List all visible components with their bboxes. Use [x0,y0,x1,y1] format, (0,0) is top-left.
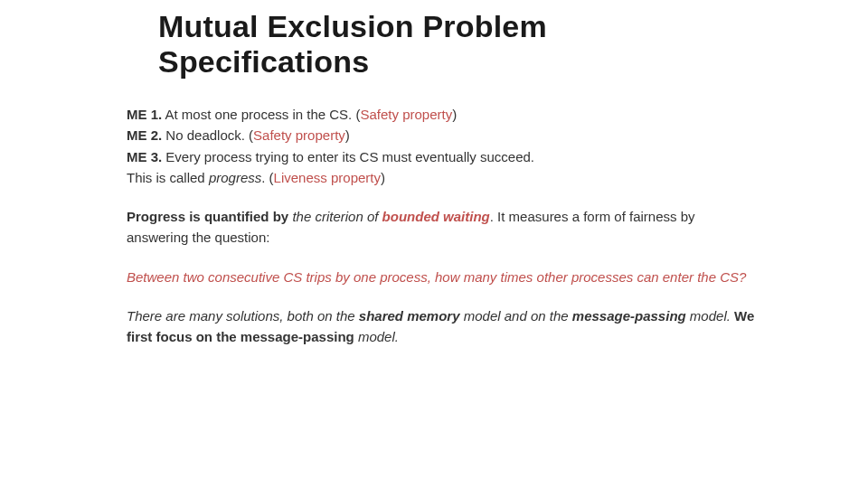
me3-property: Liveness property [274,170,381,185]
me3-close: ) [381,170,385,185]
fairness-question: Between two consecutive CS trips by one … [127,267,760,287]
slide-body: ME 1. At most one process in the CS. (Sa… [127,104,760,347]
title-line-1: Mutual Exclusion Problem [158,9,547,43]
me3-line-1: ME 3. Every process trying to enter its … [127,146,760,167]
bounded-waiting-term: bounded waiting [382,209,490,224]
me1-label: ME 1. [127,107,162,122]
progress-para-a: Progress is quantified by [127,209,288,224]
solutions-b: model and on the [460,308,572,324]
me2-property: Safety property [253,127,345,143]
message-passing-term: message-passing [572,308,686,324]
solutions-d: model. [354,329,399,344]
spacer-1 [127,188,760,206]
me3-line-2: This is called progress. (Liveness prope… [127,167,760,188]
me2-text: No deadlock. ( [162,127,253,143]
me2-label: ME 2. [127,127,162,143]
me3-text-1: Every process trying to enter its CS mus… [162,149,534,164]
solutions-paragraph: There are many solutions, both on the sh… [127,305,760,348]
me3-text-2a: This is called [127,170,209,185]
spacer-3 [127,287,760,305]
me3-progress-term: progress [209,170,261,185]
me1-line: ME 1. At most one process in the CS. (Sa… [127,104,760,125]
me1-text: At most one process in the CS. ( [162,107,360,122]
progress-paragraph: Progress is quantified by the criterion … [127,206,760,249]
title-line-2: Specifications [158,44,369,79]
shared-memory-term: shared memory [359,308,460,324]
me1-property: Safety property [360,107,452,122]
me3-text-2b: . ( [261,170,273,185]
me1-close: ) [452,107,457,122]
solutions-a: There are many solutions, both on the [127,308,359,324]
slide-title: Mutual Exclusion Problem Specifications [158,9,547,80]
me2-line: ME 2. No deadlock. (Safety property) [127,125,760,145]
me3-label: ME 3. [127,149,162,164]
slide: Mutual Exclusion Problem Specifications … [0,0,868,488]
solutions-c: model. [686,308,734,324]
spacer-2 [127,249,760,267]
me2-close: ) [345,127,350,143]
progress-para-b: the criterion of [288,209,382,224]
